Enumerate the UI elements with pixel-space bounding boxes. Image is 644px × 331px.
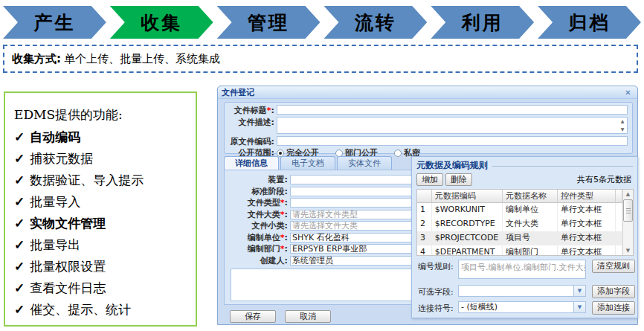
tab-physical-file[interactable]: 实体文件 bbox=[337, 156, 392, 170]
device-input[interactable] bbox=[290, 175, 416, 184]
field-row-desc: 文件描述: ▲ ▼ bbox=[228, 117, 628, 134]
features-title: EDMS提供的功能: bbox=[14, 105, 188, 124]
save-button[interactable]: 保存 bbox=[230, 310, 276, 323]
metadata-toolbar: 增加 删除 共有5条元数据 bbox=[416, 173, 631, 186]
form-row-file-category: 文件大类*: 请先选择文件类型 bbox=[226, 210, 434, 219]
spinner-down-icon[interactable]: ▼ bbox=[619, 127, 626, 132]
check-icon: ✓ bbox=[14, 216, 25, 231]
flow-step-archive: 归档 bbox=[538, 6, 641, 39]
dialog-titlebar: 文件登记 ✕ bbox=[218, 86, 637, 99]
delete-button[interactable]: 删除 bbox=[445, 173, 472, 186]
field-label: 文件标题*: bbox=[228, 105, 277, 116]
radio-icon[interactable] bbox=[335, 150, 343, 157]
header-type[interactable]: 控件类型 bbox=[558, 190, 616, 203]
panel-legend: 元数据及编码规则 bbox=[416, 159, 633, 172]
compile-department-input[interactable]: ERPSYB ERP事业部 bbox=[290, 244, 416, 254]
tab-detail-info[interactable]: 详细信息 bbox=[224, 156, 279, 170]
edms-features-box: EDMS提供的功能: ✓自动编码 ✓捕获元数据 ✓数据验证、导入提示 ✓批量导入… bbox=[4, 91, 197, 327]
combo-arrow-icon[interactable]: ▼ bbox=[573, 302, 585, 312]
detail-form: 装置: 标准阶段: 文件类型*: 文件大类*: 请先选择文件类型 文件小类: bbox=[226, 175, 434, 267]
flow-step-label: 收集 bbox=[141, 10, 182, 35]
feature-item: ✓查看文件日志 bbox=[14, 277, 188, 299]
rule-label: 编号规则: bbox=[418, 260, 458, 279]
check-icon: ✓ bbox=[14, 194, 25, 209]
feature-item: ✓自动编码 bbox=[14, 126, 188, 148]
header-filler bbox=[616, 190, 622, 203]
check-icon: ✓ bbox=[14, 259, 25, 274]
banner-text: 单个上传、批量上传、系统集成 bbox=[64, 52, 220, 66]
header-code[interactable]: 元数据编码 bbox=[432, 190, 503, 203]
form-row-device: 装置: bbox=[226, 175, 434, 184]
feature-item: ✓捕获元数据 bbox=[14, 148, 188, 170]
numbering-rule-input[interactable]: 项目号.编制单位.编制部门.文件大类.流水号 bbox=[458, 260, 586, 279]
flow-step-label: 归档 bbox=[569, 10, 611, 35]
connector-combo[interactable]: - (短横线)▼ bbox=[458, 301, 586, 313]
form-row-compile-unit: 编制单位*: SHYK 石化盈科 bbox=[226, 233, 434, 242]
add-button[interactable]: 增加 bbox=[416, 173, 443, 186]
check-icon: ✓ bbox=[14, 173, 25, 187]
optional-field-label: 可选字段: bbox=[418, 285, 458, 298]
flow-step-utilize: 利用 bbox=[431, 6, 534, 39]
table-scrollbar[interactable]: ▲ ▼ bbox=[622, 190, 633, 255]
close-icon[interactable]: ✕ bbox=[622, 88, 634, 97]
feature-item: ✓批量导入 bbox=[14, 191, 188, 213]
check-icon: ✓ bbox=[14, 280, 25, 295]
add-field-button[interactable]: 添加字段 bbox=[592, 285, 635, 298]
radio-icon[interactable] bbox=[394, 150, 402, 157]
scrollbar-thumb[interactable] bbox=[623, 199, 633, 222]
standard-stage-input[interactable] bbox=[290, 187, 416, 196]
feature-item: ✓催交、提示、统计 bbox=[14, 299, 188, 321]
file-type-input[interactable] bbox=[290, 198, 416, 208]
file-description-textarea[interactable]: ▲ ▼ bbox=[277, 117, 628, 134]
header-name[interactable]: 元数据名称 bbox=[503, 190, 558, 203]
detail-list-area bbox=[231, 269, 430, 301]
optional-field-combo[interactable]: ▼ bbox=[458, 285, 586, 297]
flow-step-generate: 产生 bbox=[3, 6, 106, 39]
check-icon: ✓ bbox=[14, 151, 25, 166]
form-row-creator: 创建人: 系统管理员 bbox=[226, 256, 434, 266]
metadata-table: 元数据编码 元数据名称 控件类型 1 $WORKUNIT 编制单位 单行文本框 … bbox=[416, 189, 634, 256]
scroll-down-icon[interactable]: ▼ bbox=[623, 246, 633, 255]
field-row-orig-code: 原文件编码: bbox=[228, 136, 628, 147]
feature-item: ✓批量导出 bbox=[14, 234, 188, 256]
process-flow: 产生 收集 管理 流转 利用 归档 bbox=[3, 6, 641, 39]
table-row[interactable]: 4 $DEPARTMENT 编制部门 单行文本框 bbox=[417, 245, 622, 256]
legend-line bbox=[492, 166, 633, 167]
combo-arrow-icon[interactable]: ▼ bbox=[573, 286, 585, 296]
compile-unit-input[interactable]: SHYK 石化盈科 bbox=[290, 233, 416, 242]
check-icon: ✓ bbox=[14, 129, 25, 144]
dialog-tabs: 详细信息 电子文档 实体文件 bbox=[224, 156, 393, 170]
numbering-rule-row: 编号规则: 项目号.编制单位.编制部门.文件大类.流水号 清空规则 bbox=[418, 260, 635, 279]
file-title-input[interactable] bbox=[277, 105, 628, 115]
flow-step-transfer: 流转 bbox=[323, 6, 427, 39]
metadata-count: 共有5条元数据 bbox=[577, 174, 631, 185]
check-icon: ✓ bbox=[14, 237, 25, 252]
connector-row: 连接符号: - (短横线)▼ 添加连接 bbox=[418, 301, 635, 315]
creator-input[interactable]: 系统管理员 bbox=[290, 256, 416, 266]
spinner-up-icon[interactable]: ▲ bbox=[619, 119, 626, 123]
field-label: 文件描述: bbox=[228, 117, 277, 134]
tab-electronic-doc[interactable]: 电子文档 bbox=[280, 156, 335, 170]
connector-label: 连接符号: bbox=[418, 301, 458, 315]
field-label: 原文件编码: bbox=[228, 136, 277, 147]
scroll-up-icon[interactable]: ▲ bbox=[623, 190, 633, 199]
slide-page: 产生 收集 管理 流转 利用 归档 收集方式: 单个上传、批量上传、系统集成 E… bbox=[0, 0, 644, 331]
clear-rule-button[interactable]: 清空规则 bbox=[592, 260, 635, 273]
table-row[interactable]: 3 $PROJECTCODE 项目号 单行文本框 bbox=[417, 231, 622, 245]
file-category-input[interactable]: 请先选择文件类型 bbox=[290, 210, 416, 219]
cancel-button[interactable]: 取消 bbox=[285, 310, 331, 323]
flow-step-label: 产生 bbox=[33, 10, 75, 35]
flow-step-label: 管理 bbox=[248, 10, 289, 35]
original-code-input[interactable] bbox=[277, 136, 628, 146]
metadata-coding-rules-panel: 元数据及编码规则 增加 删除 共有5条元数据 元数据编码 元数据名称 控件类型 … bbox=[411, 156, 638, 318]
flow-step-label: 流转 bbox=[355, 10, 396, 35]
table-row[interactable]: 2 $RECORDTYPE 文件大类 单行文本框 bbox=[417, 217, 622, 231]
add-connect-button[interactable]: 添加连接 bbox=[592, 301, 635, 315]
radio-selected-icon[interactable] bbox=[277, 150, 284, 157]
file-subcategory-input[interactable]: 请先选择文件大类 bbox=[290, 221, 416, 231]
table-row[interactable]: 1 $WORKUNIT 编制单位 单行文本框 bbox=[417, 203, 622, 217]
flow-step-label: 利用 bbox=[462, 10, 503, 35]
feature-item: ✓批量权限设置 bbox=[14, 256, 188, 277]
check-icon: ✓ bbox=[14, 302, 25, 317]
form-row-file-type: 文件类型*: bbox=[226, 198, 434, 208]
